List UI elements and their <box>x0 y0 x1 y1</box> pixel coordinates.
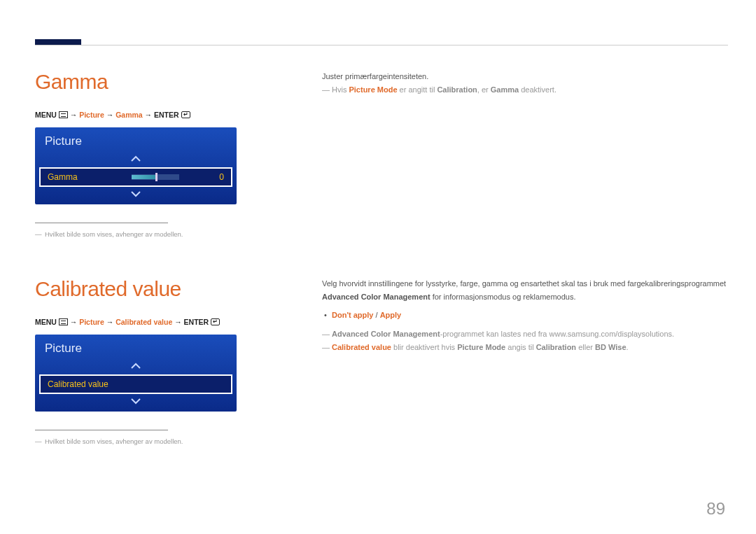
path-seg-calibrated: Calibrated value <box>115 318 172 326</box>
osd-option-label: Calibrated value <box>48 379 224 389</box>
path-seg-gamma: Gamma <box>115 111 143 119</box>
menu-path-calibrated: MENU → Picture → Calibrated value → ENTE… <box>35 318 301 326</box>
osd-option-value: 0 <box>210 172 224 182</box>
separator <box>35 430 168 430</box>
osd-option-label: Gamma <box>48 172 132 182</box>
separator <box>35 223 168 223</box>
chapter-tab <box>35 39 81 45</box>
page: Gamma MENU → Picture → Gamma → ENTER Pic… <box>0 0 756 508</box>
arrow-down-icon[interactable] <box>35 396 237 407</box>
path-seg-picture: Picture <box>79 111 104 119</box>
osd-panel-calibrated: Picture Calibrated value <box>35 335 237 412</box>
path-enter-label: ENTER <box>154 111 179 119</box>
footnote-calibrated: Hvilket bilde som vises, avhenger av mod… <box>35 437 301 445</box>
osd-title: Picture <box>35 127 237 154</box>
path-seg-picture: Picture <box>79 318 104 326</box>
menu-icon <box>59 111 68 118</box>
section-calibrated: Calibrated value MENU → Picture → Calibr… <box>35 277 728 445</box>
heading-calibrated: Calibrated value <box>35 277 301 301</box>
enter-icon <box>181 111 190 118</box>
options-bullet: Don't apply / Apply <box>322 309 728 322</box>
osd-option-calibrated[interactable]: Calibrated value <box>39 374 232 394</box>
desc-note2: Calibrated value blir deaktivert hvis Pi… <box>322 341 728 354</box>
path-enter-label: ENTER <box>184 318 209 326</box>
desc-line1: Juster primærfargeintensiteten. <box>322 70 728 83</box>
menu-icon <box>59 318 68 325</box>
desc-note-gamma: Hvis Picture Mode er angitt til Calibrat… <box>322 83 728 97</box>
heading-gamma: Gamma <box>35 70 301 94</box>
desc-para1: Velg hvorvidt innstillingene for lysstyr… <box>322 277 728 303</box>
osd-slider[interactable] <box>132 174 179 180</box>
arrow-up-icon[interactable] <box>35 154 237 165</box>
top-rule <box>35 45 728 45</box>
menu-path-gamma: MENU → Picture → Gamma → ENTER <box>35 111 301 119</box>
page-number: 89 <box>706 499 725 519</box>
arrow-up-icon[interactable] <box>35 361 237 372</box>
option-apply: Apply <box>380 311 402 319</box>
description-gamma: Juster primærfargeintensiteten. Hvis Pic… <box>301 70 728 238</box>
osd-option-gamma[interactable]: Gamma 0 <box>39 167 232 187</box>
desc-note1: Advanced Color Management-programmet kan… <box>322 328 728 341</box>
section-gamma: Gamma MENU → Picture → Gamma → ENTER Pic… <box>35 70 728 238</box>
path-menu-label: MENU <box>35 111 57 119</box>
osd-title: Picture <box>35 335 237 361</box>
path-menu-label: MENU <box>35 318 57 326</box>
footnote-gamma: Hvilket bilde som vises, avhenger av mod… <box>35 230 301 238</box>
option-dont-apply: Don't apply <box>332 311 373 319</box>
description-calibrated: Velg hvorvidt innstillingene for lysstyr… <box>301 277 728 445</box>
arrow-down-icon[interactable] <box>35 189 237 200</box>
osd-panel-gamma: Picture Gamma 0 <box>35 127 237 204</box>
enter-icon <box>211 318 220 325</box>
